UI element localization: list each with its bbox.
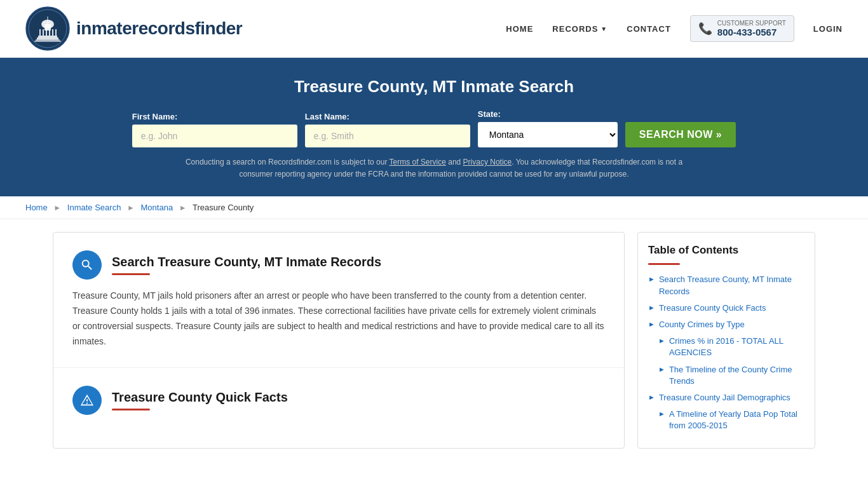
breadcrumb-current: Treasure County <box>193 203 254 212</box>
toc-link-7[interactable]: A Timeline of Yearly Data Pop Total from… <box>669 409 804 431</box>
site-header: inmaterecordsfinder HOME RECORDS ▼ CONTA… <box>0 0 868 58</box>
toc-item-7[interactable]: ► A Timeline of Yearly Data Pop Total fr… <box>648 409 804 431</box>
logo-text: inmaterecordsfinder <box>76 18 242 39</box>
svg-rect-12 <box>48 17 48 24</box>
first-name-label: First Name: <box>132 112 178 121</box>
toc-chevron-6: ► <box>648 393 655 401</box>
last-name-label: Last Name: <box>305 112 349 121</box>
title-underline <box>112 273 150 275</box>
svg-rect-6 <box>46 29 47 36</box>
toc-item-6[interactable]: ► Treasure County Jail Demographics <box>648 392 804 403</box>
toc-chevron-2: ► <box>648 304 655 311</box>
nav-home[interactable]: HOME <box>506 24 533 34</box>
sidebar: Table of Contents ► Search Treasure Coun… <box>637 232 815 449</box>
breadcrumb-home[interactable]: Home <box>25 203 48 212</box>
nav-login[interactable]: LOGIN <box>813 24 843 34</box>
main-content: Search Treasure County, MT Inmate Record… <box>27 219 841 461</box>
svg-rect-5 <box>43 29 44 36</box>
toc-item-3[interactable]: ► County Crimes by Type <box>648 319 804 330</box>
toc-item-5[interactable]: ► The Timeline of the County Crime Trend… <box>648 364 804 387</box>
logo-icon <box>25 6 70 51</box>
last-name-input[interactable] <box>305 125 470 147</box>
article: Search Treasure County, MT Inmate Record… <box>53 232 625 449</box>
toc-link-2[interactable]: Treasure County Quick Facts <box>659 302 766 314</box>
privacy-link[interactable]: Privacy Notice <box>463 158 512 166</box>
toc-chevron-5: ► <box>658 365 665 373</box>
section-quick-facts: Treasure County Quick Facts <box>53 368 624 442</box>
svg-rect-8 <box>52 29 53 36</box>
toc-item-2[interactable]: ► Treasure County Quick Facts <box>648 302 804 314</box>
state-label: State: <box>478 109 501 119</box>
info-icon <box>80 393 94 407</box>
customer-support-info: CUSTOMER SUPPORT 800-433-0567 <box>717 20 786 37</box>
breadcrumb-sep-1: ► <box>53 203 61 212</box>
tos-link[interactable]: Terms of Service <box>390 158 446 166</box>
breadcrumb-inmate-search[interactable]: Inmate Search <box>67 203 121 212</box>
section-header-search: Search Treasure County, MT Inmate Record… <box>72 250 605 280</box>
toc-underline <box>648 263 680 265</box>
toc-item-4[interactable]: ► Crimes % in 2016 - TOTAL ALL AGENCIES <box>648 336 804 358</box>
toc-chevron-4: ► <box>658 337 665 344</box>
breadcrumb-sep-3: ► <box>179 203 187 212</box>
toc-chevron-3: ► <box>648 320 655 328</box>
svg-rect-10 <box>38 36 57 37</box>
phone-icon: 📞 <box>698 22 712 36</box>
hero-title: Treasure County, MT Inmate Search <box>25 77 843 97</box>
section-title-facts: Treasure County Quick Facts <box>112 390 288 410</box>
toc-link-4[interactable]: Crimes % in 2016 - TOTAL ALL AGENCIES <box>669 336 804 358</box>
customer-support-box: 📞 CUSTOMER SUPPORT 800-433-0567 <box>690 15 794 42</box>
customer-support-phone: 800-433-0567 <box>717 27 786 37</box>
svg-rect-7 <box>49 29 50 36</box>
section-header-facts: Treasure County Quick Facts <box>72 386 605 415</box>
section-search-records: Search Treasure County, MT Inmate Record… <box>53 233 624 367</box>
search-section-icon <box>72 250 102 280</box>
search-form: First Name: Last Name: State: Montana SE… <box>25 109 843 147</box>
svg-rect-4 <box>39 29 41 36</box>
main-nav: HOME RECORDS ▼ CONTACT 📞 CUSTOMER SUPPOR… <box>506 15 843 42</box>
nav-contact[interactable]: CONTACT <box>627 24 671 34</box>
nav-records[interactable]: RECORDS ▼ <box>552 24 607 34</box>
section-title-search: Search Treasure County, MT Inmate Record… <box>112 255 381 275</box>
svg-rect-9 <box>55 29 57 36</box>
toc-link-1[interactable]: Search Treasure County, MT Inmate Record… <box>659 274 804 297</box>
title-underline-2 <box>112 409 150 410</box>
logo-area: inmaterecordsfinder <box>25 6 242 51</box>
info-section-icon <box>72 386 102 415</box>
search-button[interactable]: SEARCH NOW » <box>625 122 736 147</box>
disclaimer-text: Conducting a search on Recordsfinder.com… <box>180 156 688 180</box>
toc-chevron-1: ► <box>648 275 655 283</box>
toc-link-5[interactable]: The Timeline of the County Crime Trends <box>669 364 804 387</box>
chevron-down-icon: ▼ <box>600 25 607 32</box>
breadcrumb: Home ► Inmate Search ► Montana ► Treasur… <box>0 196 868 219</box>
breadcrumb-montana[interactable]: Montana <box>141 203 173 212</box>
svg-rect-13 <box>36 39 60 41</box>
search-icon <box>80 258 94 272</box>
toc-link-6[interactable]: Treasure County Jail Demographics <box>659 392 790 403</box>
last-name-group: Last Name: <box>305 112 470 147</box>
toc-box: Table of Contents ► Search Treasure Coun… <box>637 232 815 449</box>
customer-support-label: CUSTOMER SUPPORT <box>717 20 786 27</box>
breadcrumb-sep-2: ► <box>127 203 135 212</box>
toc-item-1[interactable]: ► Search Treasure County, MT Inmate Reco… <box>648 274 804 297</box>
first-name-input[interactable] <box>132 125 297 147</box>
state-group: State: Montana <box>478 109 618 147</box>
svg-rect-11 <box>37 37 58 39</box>
state-select[interactable]: Montana <box>478 122 618 147</box>
hero-section: Treasure County, MT Inmate Search First … <box>0 58 868 196</box>
toc-title: Table of Contents <box>648 244 804 257</box>
first-name-group: First Name: <box>132 112 297 147</box>
toc-chevron-7: ► <box>658 410 665 417</box>
toc-link-3[interactable]: County Crimes by Type <box>659 319 745 330</box>
svg-rect-14 <box>34 41 61 42</box>
